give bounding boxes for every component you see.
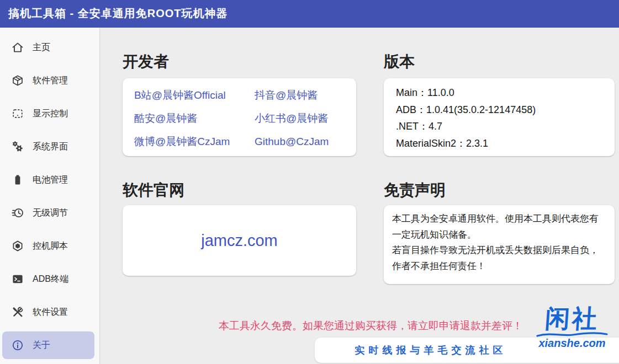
sidebar-item-label: 软件设置 [33, 307, 68, 318]
package-icon [11, 74, 24, 87]
window-title: 搞机工具箱 - 全安卓通用免ROOT玩机神器 [8, 6, 228, 21]
display-icon [11, 107, 24, 120]
disclaimer-card: 本工具为全安卓通用软件。使用本工具则代表您有一定玩机知识储备。 若盲目操作导致无… [384, 205, 615, 284]
version-value: 1.0.41(35.0.2-12147458) [426, 104, 536, 115]
version-row: ADB：1.0.41(35.0.2-12147458) [396, 101, 615, 119]
version-value: 2.3.1 [466, 138, 488, 149]
disclaimer-paragraph: 本工具为全安卓通用软件。使用本工具则代表您有一定玩机知识储备。 [392, 211, 606, 243]
sidebar-item-app-manage[interactable]: 软件管理 [0, 67, 99, 94]
home-icon [11, 41, 24, 54]
sidebar-item-label: 主页 [33, 42, 50, 53]
link-github[interactable]: Github@CzJam [255, 130, 356, 153]
sidebar-item-label: 无级调节 [33, 207, 68, 219]
sidebar-item-battery[interactable]: 电池管理 [0, 166, 99, 194]
version-label: MaterialSkin2 [396, 138, 456, 149]
titlebar[interactable]: 搞机工具箱 - 全安卓通用免ROOT玩机神器 [0, 0, 619, 28]
sidebar-item-label: 显示控制 [33, 108, 68, 120]
version-row: MaterialSkin2：2.3.1 [396, 135, 615, 152]
sidebar-item-label: 控机脚本 [33, 240, 68, 252]
tools-icon [11, 306, 24, 319]
link-bilibili[interactable]: B站@晨钟酱Official [134, 84, 255, 107]
version-label: .NET [396, 121, 419, 132]
disclaimer-heading: 免责声明 [384, 181, 446, 200]
timer-icon [11, 206, 24, 220]
version-label: Main [396, 87, 417, 98]
version-separator: ： [416, 104, 426, 115]
website-card: jamcz.com [123, 205, 356, 276]
xianshe-logo[interactable]: 闲社 xianshe.com [533, 305, 611, 350]
hexagon-icon [11, 239, 24, 253]
version-heading: 版本 [384, 52, 415, 71]
xianshe-domain-text: xianshe.com [533, 337, 611, 350]
sidebar-item-label: 系统界面 [33, 141, 68, 153]
link-weibo[interactable]: 微博@晨钟酱CzJam [134, 130, 255, 153]
sidebar-item-display-control[interactable]: 显示控制 [0, 100, 99, 127]
terminal-icon [11, 272, 24, 286]
sidebar-item-label: 电池管理 [33, 174, 68, 186]
disclaimer-paragraph: 若盲目操作导致无法开机或丢失数据则后果自负，作者不承担任何责任！ [392, 243, 606, 274]
version-row: Main：11.0.0 [396, 84, 615, 101]
version-separator: ： [419, 121, 428, 132]
sidebar-item-label: 软件管理 [33, 75, 68, 87]
community-link[interactable]: 实时线报与羊毛交流社区 [315, 344, 547, 357]
sidebar-item-system-ui[interactable]: 系统界面 [0, 133, 99, 160]
developer-heading: 开发者 [123, 52, 169, 71]
sidebar-item-stepless-adjust[interactable]: 无级调节 [0, 199, 99, 227]
version-row: .NET：4.7 [396, 118, 615, 135]
sidebar-item-about[interactable]: 关于 [2, 331, 94, 359]
official-site-link[interactable]: jamcz.com [201, 232, 278, 250]
sidebar-item-adb-terminal[interactable]: ADB终端 [0, 265, 99, 293]
sidebar: 主页 软件管理 显示控制 系统界面 电池管理 [0, 28, 100, 364]
version-value: 11.0.0 [427, 87, 454, 98]
sidebar-item-control-script[interactable]: 控机脚本 [0, 232, 99, 260]
version-label: ADB [396, 104, 416, 115]
version-separator: ： [417, 87, 427, 98]
version-value: 4.7 [428, 121, 442, 132]
link-xiaohongshu[interactable]: 小红书@晨钟酱 [255, 107, 356, 130]
info-icon [11, 339, 24, 352]
version-separator: ： [456, 138, 466, 149]
website-heading: 软件官网 [123, 181, 184, 200]
battery-icon [11, 173, 24, 186]
sidebar-item-label: 关于 [33, 340, 50, 351]
sidebar-item-label: ADB终端 [33, 274, 68, 285]
gears-icon [11, 140, 24, 153]
sidebar-item-home[interactable]: 主页 [0, 34, 99, 61]
link-coolapk[interactable]: 酷安@晨钟酱 [134, 107, 255, 130]
link-douyin[interactable]: 抖音@晨钟酱 [255, 84, 356, 107]
xianshe-logo-text: 闲社 [532, 305, 612, 333]
developer-links: B站@晨钟酱Official 抖音@晨钟酱 酷安@晨钟酱 小红书@晨钟酱 微博@… [134, 84, 356, 153]
about-page: 开发者 B站@晨钟酱Official 抖音@晨钟酱 酷安@晨钟酱 小红书@晨钟酱… [100, 28, 619, 364]
version-card: Main：11.0.0 ADB：1.0.41(35.0.2-12147458) … [384, 78, 615, 156]
sidebar-item-app-settings[interactable]: 软件设置 [0, 298, 99, 326]
app-window: 搞机工具箱 - 全安卓通用免ROOT玩机神器 主页 软件管理 显示控制 [0, 0, 619, 364]
developer-card: B站@晨钟酱Official 抖音@晨钟酱 酷安@晨钟酱 小红书@晨钟酱 微博@… [123, 78, 356, 156]
